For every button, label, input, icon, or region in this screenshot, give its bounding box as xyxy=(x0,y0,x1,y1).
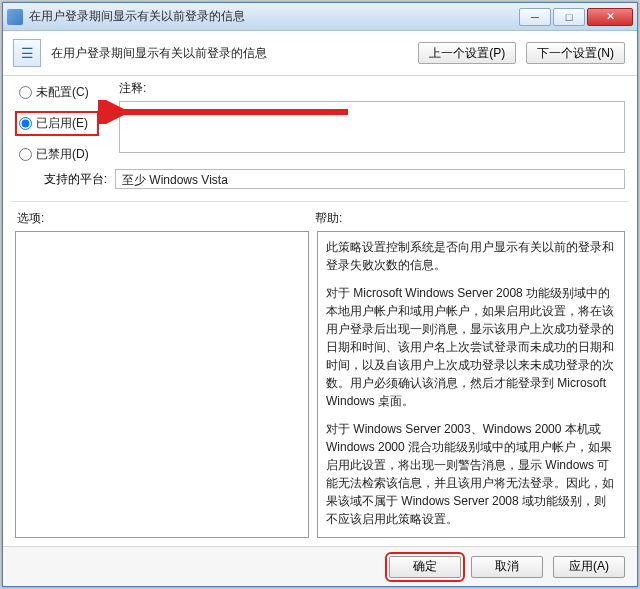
radio-enabled-highlight: 已启用(E) xyxy=(15,111,99,136)
radio-disabled-input[interactable] xyxy=(19,148,32,161)
policy-title: 在用户登录期间显示有关以前登录的信息 xyxy=(51,45,408,62)
footer: 确定 取消 应用(A) xyxy=(3,546,637,586)
help-paragraph: 对于 Windows Server 2003、Windows 2000 本机或 … xyxy=(326,420,616,528)
next-setting-button[interactable]: 下一个设置(N) xyxy=(526,42,625,64)
help-panel[interactable]: 此策略设置控制系统是否向用户显示有关以前的登录和登录失败次数的信息。 对于 Mi… xyxy=(317,231,625,538)
panel-labels: 选项: 帮助: xyxy=(3,206,637,229)
options-label: 选项: xyxy=(17,210,315,227)
window-buttons: ─ □ ✕ xyxy=(517,8,633,26)
cancel-button[interactable]: 取消 xyxy=(471,556,543,578)
help-paragraph: 此策略设置控制系统是否向用户显示有关以前的登录和登录失败次数的信息。 xyxy=(326,238,616,274)
radio-enabled-input[interactable] xyxy=(19,117,32,130)
radio-disabled-label: 已禁用(D) xyxy=(36,146,89,163)
titlebar[interactable]: 在用户登录期间显示有关以前登录的信息 ─ □ ✕ xyxy=(3,3,637,31)
radio-not-configured-label: 未配置(C) xyxy=(36,84,89,101)
comment-label: 注释: xyxy=(119,80,625,97)
radio-disabled[interactable]: 已禁用(D) xyxy=(19,146,99,163)
previous-setting-button[interactable]: 上一个设置(P) xyxy=(418,42,516,64)
radio-not-configured-input[interactable] xyxy=(19,86,32,99)
radio-enabled-label: 已启用(E) xyxy=(36,115,88,132)
separator xyxy=(11,201,629,202)
radio-group: 未配置(C) 已启用(E) 已禁用(D) xyxy=(19,80,99,163)
comment-area: 注释: xyxy=(119,80,625,163)
window-title: 在用户登录期间显示有关以前登录的信息 xyxy=(29,8,517,25)
platform-label: 支持的平台: xyxy=(19,171,111,188)
platform-row: 支持的平台: 至少 Windows Vista xyxy=(3,165,637,197)
apply-button[interactable]: 应用(A) xyxy=(553,556,625,578)
radio-enabled[interactable]: 已启用(E) xyxy=(19,115,88,132)
body-area: 未配置(C) 已启用(E) 已禁用(D) xyxy=(3,76,637,546)
maximize-button[interactable]: □ xyxy=(553,8,585,26)
ok-button[interactable]: 确定 xyxy=(389,556,461,578)
dialog-window: 在用户登录期间显示有关以前登录的信息 ─ □ ✕ ☰ 在用户登录期间显示有关以前… xyxy=(2,2,638,587)
config-row: 未配置(C) 已启用(E) 已禁用(D) xyxy=(3,76,637,165)
options-panel[interactable] xyxy=(15,231,309,538)
app-icon xyxy=(7,9,23,25)
platform-value: 至少 Windows Vista xyxy=(115,169,625,189)
panels: 此策略设置控制系统是否向用户显示有关以前的登录和登录失败次数的信息。 对于 Mi… xyxy=(3,229,637,546)
comment-textbox[interactable] xyxy=(119,101,625,153)
close-button[interactable]: ✕ xyxy=(587,8,633,26)
help-paragraph: 对于 Microsoft Windows Server 2008 功能级别域中的… xyxy=(326,284,616,410)
header-row: ☰ 在用户登录期间显示有关以前登录的信息 上一个设置(P) 下一个设置(N) xyxy=(3,31,637,76)
help-label: 帮助: xyxy=(315,210,342,227)
policy-icon: ☰ xyxy=(13,39,41,67)
minimize-button[interactable]: ─ xyxy=(519,8,551,26)
radio-not-configured[interactable]: 未配置(C) xyxy=(19,84,99,101)
